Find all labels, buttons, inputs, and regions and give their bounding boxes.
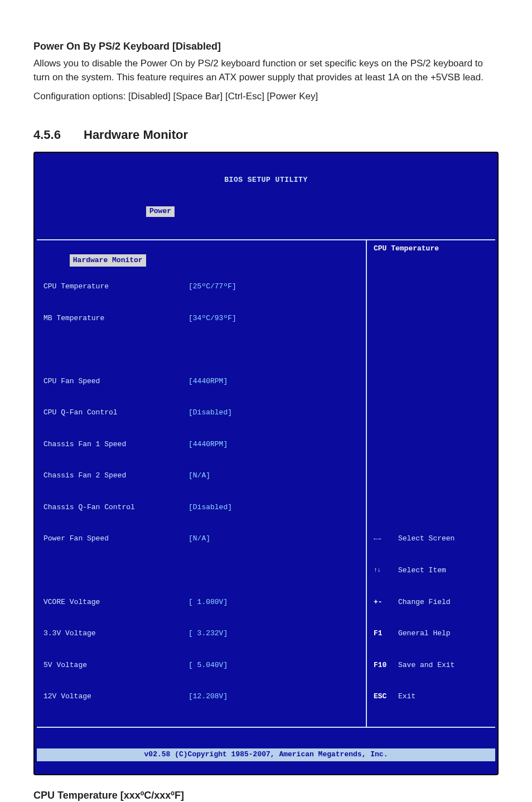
bios-row-value: [4440RPM] xyxy=(188,439,228,450)
bios-row-value: [12.208V] xyxy=(188,692,228,702)
bios-row[interactable]: Power Fan Speed[N/A] xyxy=(43,534,359,544)
bios-row-spacer xyxy=(43,345,359,355)
bios-row[interactable]: MB Temperature[34ºC/93ºF] xyxy=(43,313,359,324)
bios-nav-key: ESC xyxy=(374,692,393,702)
bios-nav-text: Exit xyxy=(398,692,415,702)
bios-row[interactable]: 3.3V Voltage[ 3.232V] xyxy=(43,629,359,639)
bios-row-label: Power Fan Speed xyxy=(43,534,188,544)
bios-screen: BIOS SETUP UTILITY Power Hardware Monito… xyxy=(33,152,499,775)
bios-header: BIOS SETUP UTILITY xyxy=(35,174,497,186)
bios-main: Hardware Monitor CPU Temperature[25ºC/77… xyxy=(37,239,495,728)
bios-row[interactable]: CPU Q-Fan Control[Disabled] xyxy=(43,408,359,418)
arrow-left-right-icon: ←→ xyxy=(374,535,393,544)
bios-nav-text: Change Field xyxy=(398,597,451,608)
bios-nav-text: Select Screen xyxy=(398,534,454,544)
bios-row-value: [4440RPM] xyxy=(188,376,228,387)
bios-help-title: CPU Temperature xyxy=(374,244,489,254)
bios-row-value: [ 3.232V] xyxy=(188,629,228,639)
bios-nav-line: ESCExit xyxy=(374,692,489,702)
bios-panel-title: Hardware Monitor xyxy=(70,254,146,267)
bios-row-label: CPU Temperature xyxy=(43,282,188,292)
bios-row-label: CPU Q-Fan Control xyxy=(43,408,188,418)
p-power-on-ps2-desc: Allows you to disable the Power On by PS… xyxy=(33,57,499,84)
bios-nav-key: F1 xyxy=(374,629,393,639)
bios-row-value: [ 1.080V] xyxy=(188,597,228,608)
bios-row-label: Chassis Q-Fan Control xyxy=(43,503,188,513)
bios-row-label: Chassis Fan 2 Speed xyxy=(43,471,188,481)
bios-nav-line: F10Save and Exit xyxy=(374,660,489,671)
bios-row-value: [25ºC/77ºF] xyxy=(188,282,236,292)
bios-row-label: VCORE Voltage xyxy=(43,597,188,608)
bios-nav-line: +-Change Field xyxy=(374,597,489,608)
bios-row-label: 3.3V Voltage xyxy=(43,629,188,639)
bios-right-panel: CPU Temperature ←→Select Screen ↑↓Select… xyxy=(367,240,495,727)
bios-nav-key: +- xyxy=(374,597,393,608)
bios-nav-block: ←→Select Screen ↑↓Select Item +-Change F… xyxy=(374,513,489,723)
bios-tab-power[interactable]: Power xyxy=(146,206,175,217)
heading-power-on-ps2: Power On By PS/2 Keyboard [Disabled] xyxy=(33,39,499,54)
bios-row[interactable]: CPU Fan Speed[4440RPM] xyxy=(43,376,359,387)
section-number: 4.5.6 xyxy=(33,126,84,144)
bios-tabs: Power xyxy=(35,206,497,217)
bios-row-value: [Disabled] xyxy=(188,503,232,513)
bios-footer: v02.58 (C)Copyright 1985-2007, American … xyxy=(37,748,495,761)
bios-row[interactable]: CPU Temperature[25ºC/77ºF] xyxy=(43,282,359,292)
bios-row[interactable]: 5V Voltage[ 5.040V] xyxy=(43,660,359,671)
bios-row[interactable]: VCORE Voltage[ 1.080V] xyxy=(43,597,359,608)
bios-row-spacer xyxy=(43,566,359,576)
bios-nav-text: Save and Exit xyxy=(398,660,454,671)
p-power-on-ps2-config: Configuration options: [Disabled] [Space… xyxy=(33,90,499,104)
bios-row[interactable]: Chassis Q-Fan Control[Disabled] xyxy=(43,503,359,513)
bios-row-label: 5V Voltage xyxy=(43,660,188,671)
arrow-up-down-icon: ↑↓ xyxy=(374,566,393,575)
bios-row-value: [Disabled] xyxy=(188,408,232,418)
bios-nav-line: ←→Select Screen xyxy=(374,534,489,544)
bios-nav-key: F10 xyxy=(374,660,393,671)
bios-row[interactable]: 12V Voltage[12.208V] xyxy=(43,692,359,702)
bios-row-value: [34ºC/93ºF] xyxy=(188,313,236,324)
section-title: Hardware Monitor xyxy=(84,128,188,142)
bios-row-label: MB Temperature xyxy=(43,313,188,324)
bios-row-label: Chassis Fan 1 Speed xyxy=(43,439,188,450)
bios-row[interactable]: Chassis Fan 1 Speed[4440RPM] xyxy=(43,439,359,450)
bios-row-value: [N/A] xyxy=(188,534,210,544)
bios-nav-line: ↑↓Select Item xyxy=(374,566,489,576)
bios-row[interactable]: Chassis Fan 2 Speed[N/A] xyxy=(43,471,359,481)
bios-row-value: [N/A] xyxy=(188,471,210,481)
bios-nav-text: General Help xyxy=(398,629,451,639)
bios-row-label: CPU Fan Speed xyxy=(43,376,188,387)
bios-nav-line: F1General Help xyxy=(374,629,489,639)
heading-hardware-monitor: 4.5.6Hardware Monitor xyxy=(33,126,499,144)
bios-nav-text: Select Item xyxy=(398,566,446,576)
bios-left-panel: Hardware Monitor CPU Temperature[25ºC/77… xyxy=(37,240,367,727)
heading-cpu-temp: CPU Temperature [xxxºC/xxxºF] xyxy=(33,788,499,802)
bios-row-label: 12V Voltage xyxy=(43,692,188,702)
bios-row-value: [ 5.040V] xyxy=(188,660,228,671)
